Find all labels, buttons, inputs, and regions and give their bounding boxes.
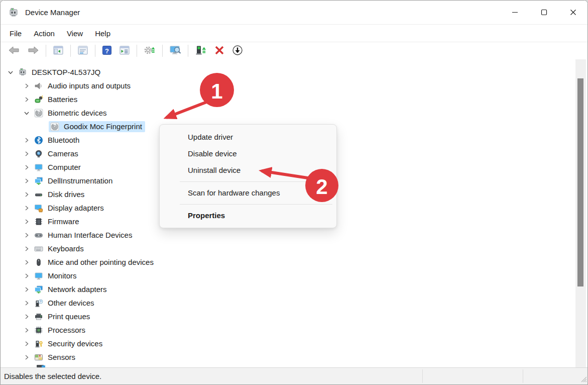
context-menu-item-update-driver[interactable]: Update driver <box>160 129 336 145</box>
mouse-icon <box>34 258 44 267</box>
chevron-right-icon[interactable] <box>21 285 33 294</box>
status-text: Disables the selected device. <box>1 372 101 380</box>
menu-help[interactable]: Help <box>89 27 116 40</box>
monitor-icon <box>34 271 44 280</box>
tree-item-keyboards[interactable]: Keyboards <box>1 242 587 255</box>
toolbar-button-properties[interactable] <box>75 44 91 58</box>
chevron-right-icon[interactable] <box>21 353 33 362</box>
tree-item-label: Display adapters <box>48 204 104 213</box>
minimize-button[interactable] <box>500 1 529 24</box>
chevron-right-icon[interactable] <box>21 231 33 240</box>
tree-item-label: Bluetooth <box>48 136 79 145</box>
toolbar-button-show-action-pane[interactable] <box>116 44 133 58</box>
menu-file[interactable]: File <box>4 27 28 40</box>
toolbar-separator <box>162 45 163 57</box>
tree-item-label: Batteries <box>48 95 77 104</box>
chevron-spacer <box>37 122 49 131</box>
close-button[interactable] <box>558 1 587 24</box>
tree-item-label: Other devices <box>48 299 94 308</box>
chevron-right-icon[interactable] <box>21 163 33 172</box>
console-tree-icon <box>53 45 64 57</box>
action-pane-icon <box>119 45 130 57</box>
window-controls <box>500 1 587 24</box>
tree-item-batteries[interactable]: Batteries <box>1 92 587 106</box>
chevron-right-icon[interactable] <box>21 217 33 226</box>
tree-item-biometric-devices[interactable]: Biometric devices <box>1 106 587 120</box>
tree-item-label: Mice and other pointing devices <box>48 258 154 267</box>
svg-text:?: ? <box>105 47 109 54</box>
chevron-right-icon[interactable] <box>21 299 33 308</box>
gamepad-icon <box>34 231 44 240</box>
tree-item-desktop-4l537jq[interactable]: DESKTOP-4L537JQ <box>1 65 587 79</box>
toolbar-separator <box>137 45 137 57</box>
resize-grip[interactable] <box>580 375 587 384</box>
fingerprint-icon <box>50 122 60 131</box>
tree-item-label: Processors <box>48 326 85 335</box>
tree-item-label: Network adapters <box>48 285 107 294</box>
toolbar-button-scan-hardware-changes[interactable] <box>167 44 184 58</box>
chevron-right-icon[interactable] <box>21 244 33 253</box>
tree-item-label: Cameras <box>48 149 78 158</box>
tree-item-label: Print queues <box>48 312 90 321</box>
title-bar: Device Manager <box>1 1 587 24</box>
chevron-right-icon[interactable] <box>21 95 33 104</box>
tree-item-security-devices[interactable]: Security devices <box>1 337 587 350</box>
gear-up-arrow-icon <box>144 45 156 57</box>
toolbar-button-disable-device[interactable] <box>229 44 246 58</box>
tree-item-label: Computer <box>48 163 81 172</box>
chevron-right-icon[interactable] <box>21 81 33 90</box>
toolbar-button-forward[interactable] <box>25 44 42 58</box>
tree-item-network-adapters[interactable]: Network adapters <box>1 282 587 296</box>
menu-action[interactable]: Action <box>28 27 61 40</box>
chevron-right-icon[interactable] <box>21 204 33 213</box>
tree-item-monitors[interactable]: Monitors <box>1 269 587 282</box>
device-manager-window: Device Manager FileActionViewHelp ? DESK… <box>0 0 588 385</box>
toolbar-button-update-driver-software[interactable] <box>141 44 158 58</box>
toolbar-button-update-driver[interactable] <box>192 44 209 58</box>
tree-item-other-devices[interactable]: ? Other devices <box>1 296 587 310</box>
tree-item-human-interface-devices[interactable]: Human Interface Devices <box>1 228 587 242</box>
printer-icon <box>34 312 44 321</box>
tree-item-label: Security devices <box>48 339 102 348</box>
chevron-down-icon[interactable] <box>21 109 33 118</box>
menu-bar: FileActionViewHelp <box>1 24 587 42</box>
scrollbar-thumb[interactable] <box>577 78 583 286</box>
tree-item-processors[interactable]: Processors <box>1 323 587 337</box>
tree-item-label: Human Interface Devices <box>48 231 132 240</box>
chevron-right-icon[interactable] <box>21 312 33 321</box>
down-arrow-circle-icon <box>232 45 243 57</box>
processor-icon <box>34 326 44 335</box>
maximize-button[interactable] <box>529 1 558 24</box>
context-menu-item-disable-device[interactable]: Disable device <box>160 145 336 162</box>
chevron-right-icon[interactable] <box>21 326 33 335</box>
tree-item-print-queues[interactable]: Print queues <box>1 310 587 323</box>
forward-arrow-icon <box>27 45 39 57</box>
menu-view[interactable]: View <box>61 27 89 40</box>
audio-icon <box>34 81 44 90</box>
chevron-right-icon[interactable] <box>21 149 33 158</box>
red-x-icon <box>214 45 225 57</box>
chevron-right-icon[interactable] <box>21 258 33 267</box>
chevron-right-icon[interactable] <box>21 271 33 280</box>
chevron-right-icon[interactable] <box>21 176 33 185</box>
toolbar-button-uninstall-device[interactable] <box>211 44 227 58</box>
svg-text:?: ? <box>40 300 42 303</box>
tree-item-label: Sensors <box>48 353 75 362</box>
toolbar-button-back[interactable] <box>6 44 23 58</box>
context-menu-item-scan-for-hardware-changes[interactable]: Scan for hardware changes <box>160 184 336 201</box>
computer-root-icon <box>18 68 28 77</box>
help-icon: ? <box>102 45 112 57</box>
tree-item-audio-inputs-and-outputs[interactable]: Audio inputs and outputs <box>1 79 587 92</box>
toolbar-button-help[interactable]: ? <box>99 44 114 58</box>
context-menu-item-properties[interactable]: Properties <box>160 207 336 224</box>
chevron-right-icon[interactable] <box>21 339 33 348</box>
chevron-down-icon[interactable] <box>5 68 17 77</box>
context-menu-item-uninstall-device[interactable]: Uninstall device <box>160 162 336 178</box>
tree-item-mice-and-other-pointing-devices[interactable]: Mice and other pointing devices <box>1 255 587 269</box>
chevron-right-icon[interactable] <box>21 136 33 145</box>
toolbar-button-show-console-tree[interactable] <box>50 44 66 58</box>
vertical-scrollbar[interactable] <box>575 59 586 368</box>
tree-item-sensors[interactable]: Sensors <box>1 350 587 364</box>
toolbar-separator <box>70 45 71 57</box>
chevron-right-icon[interactable] <box>21 190 33 199</box>
